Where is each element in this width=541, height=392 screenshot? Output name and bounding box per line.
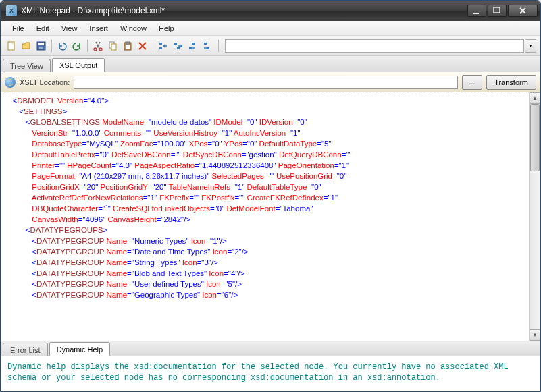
- tab-tree-view[interactable]: Tree View: [3, 59, 51, 72]
- new-icon[interactable]: [5, 39, 18, 53]
- xml-line: <DATATYPEGROUP Name="Blob and Text Types…: [6, 268, 523, 279]
- svg-rect-5: [39, 47, 43, 49]
- svg-rect-13: [159, 43, 162, 45]
- xml-line: <DATATYPEGROUP Name="Numeric Types" Icon…: [6, 235, 523, 246]
- view-tabs: Tree View XSL Output: [1, 56, 540, 72]
- close-button[interactable]: [508, 5, 538, 17]
- xml-line: PositionGridX="20" PositionGridY="20" Ta…: [6, 181, 523, 192]
- svg-rect-20: [207, 47, 209, 49]
- menu-file[interactable]: File: [6, 22, 30, 34]
- xslt-location-label: XSLT Location:: [20, 78, 70, 86]
- delete-icon[interactable]: [136, 39, 149, 53]
- xslt-location-input[interactable]: [74, 76, 458, 89]
- xml-line: <DATATYPEGROUPS>: [6, 225, 523, 235]
- tab-dynamic-help[interactable]: Dynamic Help: [49, 342, 110, 356]
- toolbar-search-input[interactable]: [225, 39, 524, 53]
- xml-line: <DATATYPEGROUP Name="String Types" Icon=…: [6, 257, 523, 268]
- xml-line: DBQuoteCharacter="`" CreateSQLforLinkedO…: [6, 203, 523, 214]
- unindent-sibling-icon[interactable]: [157, 39, 170, 53]
- ie-icon: [5, 77, 16, 88]
- xml-line: VersionStr="1.0.0.0" Comments="" UseVers…: [6, 128, 523, 138]
- xslt-transform-button[interactable]: Transform: [486, 75, 536, 90]
- xml-line: CanvasWidth="4096" CanvasHeight="2842"/>: [6, 214, 523, 225]
- app-window: X XML Notepad - D:\xampplite\model.xml* …: [0, 0, 541, 392]
- svg-rect-16: [177, 47, 180, 49]
- undo-icon[interactable]: [55, 39, 69, 53]
- svg-rect-4: [38, 43, 44, 45]
- output-tabs: Error List Dynamic Help: [1, 341, 540, 356]
- svg-rect-14: [159, 47, 162, 49]
- svg-rect-18: [189, 47, 192, 49]
- toolbar-search-dropdown[interactable]: ▼: [525, 39, 536, 53]
- xml-line: ActivateRefDefForNewRelations="1" FKPref…: [6, 192, 523, 203]
- menu-window[interactable]: Window: [114, 22, 153, 34]
- xslt-bar: XSLT Location: ... Transform: [1, 72, 540, 92]
- toolbar-separator: [51, 40, 52, 52]
- toolbar: ▼: [1, 36, 540, 56]
- xml-line: PageFormat="A4 (210x297 mm, 8.26x11.7 in…: [6, 171, 523, 181]
- toolbar-separator: [87, 40, 88, 52]
- menu-view[interactable]: View: [55, 22, 84, 34]
- move-in-icon[interactable]: [201, 39, 215, 53]
- vertical-scrollbar[interactable]: ▲ ▼: [529, 92, 540, 341]
- svg-rect-0: [473, 13, 479, 14]
- window-title: XML Notepad - D:\xampplite\model.xml*: [21, 6, 467, 16]
- svg-point-7: [99, 48, 102, 51]
- toolbar-separator: [153, 40, 153, 52]
- dynamic-help-text: Dynamic help displays the xsd:documentat…: [1, 356, 540, 391]
- menu-help[interactable]: Help: [153, 22, 180, 34]
- svg-rect-11: [126, 42, 130, 44]
- move-out-icon[interactable]: [186, 39, 200, 53]
- tab-error-list[interactable]: Error List: [3, 343, 48, 356]
- cut-icon[interactable]: [91, 39, 105, 53]
- xslt-browse-button[interactable]: ...: [462, 75, 482, 90]
- menubar: File Edit View Insert Window Help: [1, 21, 540, 36]
- copy-icon[interactable]: [106, 39, 120, 53]
- titlebar[interactable]: X XML Notepad - D:\xampplite\model.xml*: [1, 1, 540, 21]
- xml-line: <DBMODEL Version="4.0">: [6, 95, 523, 106]
- maximize-button[interactable]: [488, 5, 507, 17]
- xml-line: <DATATYPEGROUP Name="Geographic Types" I…: [6, 289, 523, 300]
- xml-line: DefaultTablePrefix="0" DefSaveDBConn="" …: [6, 149, 523, 160]
- indent-sibling-icon[interactable]: [172, 39, 185, 53]
- scroll-thumb[interactable]: [530, 104, 540, 171]
- tab-xsl-output[interactable]: XSL Output: [52, 58, 105, 72]
- xml-output[interactable]: <DBMODEL Version="4.0"> <SETTINGS> <GLOB…: [1, 92, 529, 341]
- xml-line: <DATATYPEGROUP Name="User defined Types"…: [6, 279, 523, 289]
- toolbar-separator: [218, 40, 219, 52]
- svg-rect-12: [126, 45, 130, 49]
- open-icon[interactable]: [20, 39, 33, 53]
- xml-line: <SETTINGS>: [6, 106, 523, 117]
- svg-rect-17: [192, 43, 195, 45]
- app-icon: X: [6, 5, 17, 16]
- xml-line: <DATATYPEGROUP Name="Date and Time Types…: [6, 246, 523, 257]
- svg-rect-15: [174, 43, 177, 45]
- svg-rect-19: [204, 43, 207, 45]
- svg-point-6: [94, 48, 97, 51]
- scroll-down-icon[interactable]: ▼: [530, 329, 540, 341]
- menu-insert[interactable]: Insert: [83, 22, 114, 34]
- minimize-button[interactable]: [467, 5, 486, 17]
- save-icon[interactable]: [34, 39, 48, 53]
- xml-line: DatabaseType="MySQL" ZoomFac="100.00" XP…: [6, 138, 523, 149]
- redo-icon[interactable]: [70, 39, 84, 53]
- xml-line: <GLOBALSETTINGS ModelName="modelo de dat…: [6, 117, 523, 128]
- svg-rect-9: [111, 44, 116, 50]
- xml-line: Printer="" HPageCount="4.0" PageAspectRa…: [6, 160, 523, 171]
- paste-icon[interactable]: [121, 39, 134, 53]
- scroll-up-icon[interactable]: ▲: [530, 92, 540, 104]
- menu-edit[interactable]: Edit: [30, 22, 55, 34]
- content-area: <DBMODEL Version="4.0"> <SETTINGS> <GLOB…: [1, 92, 540, 341]
- svg-rect-1: [494, 7, 500, 13]
